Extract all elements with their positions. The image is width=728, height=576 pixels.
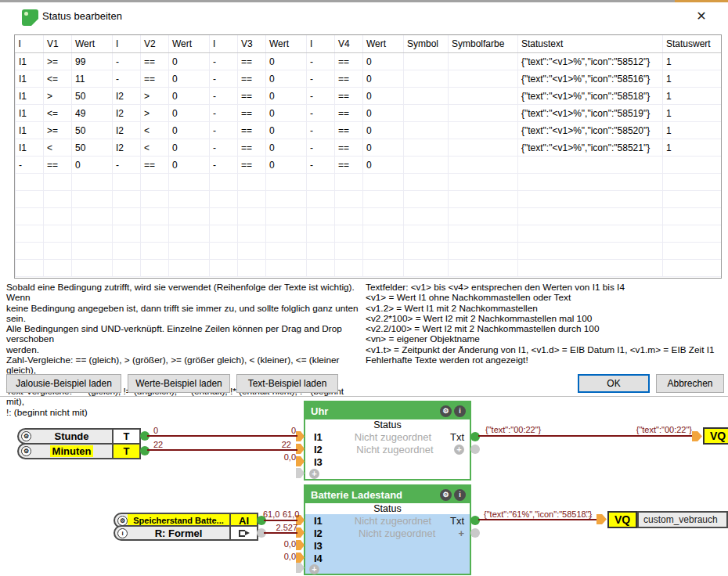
table-cell[interactable] bbox=[307, 208, 335, 225]
table-cell[interactable]: 1 bbox=[663, 70, 722, 88]
table-cell[interactable] bbox=[113, 225, 141, 243]
table-cell[interactable] bbox=[16, 174, 44, 191]
table-cell[interactable]: I2 bbox=[113, 139, 141, 157]
table-cell[interactable]: == bbox=[238, 122, 266, 139]
table-cell[interactable]: == bbox=[238, 53, 266, 70]
table-cell[interactable]: 50 bbox=[72, 139, 113, 157]
table-cell[interactable] bbox=[518, 157, 663, 174]
table-cell[interactable] bbox=[363, 174, 404, 191]
table-cell[interactable] bbox=[44, 225, 72, 243]
table-cell[interactable]: 0 bbox=[363, 53, 404, 70]
table-cell[interactable]: 0 bbox=[72, 157, 113, 174]
table-cell[interactable]: <= bbox=[44, 105, 72, 122]
table-cell[interactable] bbox=[404, 260, 449, 277]
add-output-button[interactable]: + bbox=[458, 527, 464, 539]
close-icon[interactable]: ✕ bbox=[692, 6, 711, 25]
table-cell[interactable] bbox=[404, 191, 449, 208]
table-cell[interactable]: - bbox=[307, 157, 335, 174]
table-cell[interactable] bbox=[663, 191, 722, 208]
table-row[interactable]: I1<=49I2>0-==0-==0{"text":"<v1>%","icon"… bbox=[16, 105, 722, 122]
table-cell[interactable] bbox=[404, 122, 449, 139]
table-cell[interactable]: 0 bbox=[169, 70, 210, 88]
table-cell[interactable] bbox=[518, 208, 663, 225]
table-cell[interactable]: 0 bbox=[266, 139, 307, 157]
table-cell[interactable] bbox=[141, 191, 169, 208]
table-cell[interactable] bbox=[16, 225, 44, 243]
table-row[interactable]: I1<50I2<0-==0-==0{"text":"<v1>%","icon":… bbox=[16, 139, 722, 157]
table-cell[interactable] bbox=[449, 260, 518, 277]
table-cell[interactable]: - bbox=[307, 122, 335, 139]
ok-button[interactable]: OK bbox=[578, 374, 650, 393]
table-row[interactable]: I1>=99-==0-==0-==0{"text":"<v1>%","icon"… bbox=[16, 53, 722, 70]
vq1-input-stub[interactable] bbox=[692, 431, 702, 441]
table-cell[interactable] bbox=[44, 260, 72, 277]
table-cell[interactable] bbox=[266, 174, 307, 191]
batterie-txt-connector[interactable] bbox=[470, 516, 480, 525]
table-cell[interactable] bbox=[266, 243, 307, 260]
table-cell[interactable]: == bbox=[335, 139, 363, 157]
table-cell[interactable]: 0 bbox=[169, 139, 210, 157]
table-cell[interactable] bbox=[44, 191, 72, 208]
table-cell[interactable] bbox=[72, 208, 113, 225]
table-cell[interactable]: - bbox=[210, 157, 238, 174]
table-cell[interactable] bbox=[449, 208, 518, 225]
table-cell[interactable]: - bbox=[307, 53, 335, 70]
table-row[interactable] bbox=[16, 208, 722, 225]
table-cell[interactable]: - bbox=[16, 157, 44, 174]
wire-batterie-vq[interactable] bbox=[478, 519, 598, 520]
table-cell[interactable] bbox=[210, 243, 238, 260]
vq1-box[interactable]: VQ bbox=[703, 427, 728, 445]
table-cell[interactable] bbox=[238, 208, 266, 225]
table-row[interactable] bbox=[16, 225, 722, 243]
table-row[interactable] bbox=[16, 243, 722, 260]
table-cell[interactable]: 0 bbox=[363, 139, 404, 157]
wire-uhr-vq[interactable] bbox=[478, 435, 694, 437]
table-cell[interactable]: I1 bbox=[16, 53, 44, 70]
table-cell[interactable] bbox=[169, 208, 210, 225]
add-input-button[interactable]: + bbox=[309, 564, 319, 574]
table-cell[interactable] bbox=[44, 243, 72, 260]
table-cell[interactable] bbox=[307, 191, 335, 208]
table-cell[interactable] bbox=[335, 225, 363, 243]
batterie-port-row-i3[interactable]: I3 bbox=[305, 539, 470, 552]
table-cell[interactable]: - bbox=[210, 53, 238, 70]
uhr-port-row-i2[interactable]: I2 Nicht zugeordnet + bbox=[305, 443, 470, 455]
table-cell[interactable] bbox=[518, 243, 663, 260]
table-cell[interactable] bbox=[72, 260, 113, 277]
table-cell[interactable]: - bbox=[307, 70, 335, 88]
table-cell[interactable]: - bbox=[113, 53, 141, 70]
table-cell[interactable] bbox=[663, 243, 722, 260]
table-cell[interactable]: == bbox=[141, 70, 169, 88]
table-cell[interactable]: == bbox=[141, 53, 169, 70]
table-cell[interactable]: == bbox=[335, 53, 363, 70]
table-row[interactable]: I1>=50I2<0-==0-==0{"text":"<v1>%","icon"… bbox=[16, 122, 722, 139]
table-cell[interactable] bbox=[141, 260, 169, 277]
table-cell[interactable]: I2 bbox=[113, 105, 141, 122]
table-cell[interactable] bbox=[169, 174, 210, 191]
table-cell[interactable]: == bbox=[141, 157, 169, 174]
table-cell[interactable]: 0 bbox=[363, 157, 404, 174]
table-cell[interactable] bbox=[335, 243, 363, 260]
table-cell[interactable]: 0 bbox=[169, 53, 210, 70]
table-cell[interactable]: - bbox=[210, 139, 238, 157]
info-icon[interactable]: i bbox=[117, 528, 128, 538]
table-cell[interactable]: > bbox=[141, 105, 169, 122]
table-cell[interactable]: - bbox=[307, 139, 335, 157]
table-cell[interactable]: >= bbox=[44, 122, 72, 139]
table-cell[interactable] bbox=[238, 243, 266, 260]
table-cell[interactable] bbox=[72, 243, 113, 260]
info-icon[interactable]: i bbox=[454, 489, 466, 501]
table-cell[interactable] bbox=[307, 260, 335, 277]
table-cell[interactable]: {"text":"<v1>%","icon":"58518"} bbox=[518, 88, 663, 105]
table-cell[interactable]: 0 bbox=[169, 105, 210, 122]
cancel-button[interactable]: Abbrechen bbox=[656, 374, 724, 393]
gear-icon[interactable]: ⚙ bbox=[117, 516, 128, 526]
table-cell[interactable]: 11 bbox=[72, 70, 113, 88]
stunde-object[interactable]: ⚙ Stunde T bbox=[17, 428, 141, 445]
table-cell[interactable]: {"text":"<v1>%","icon":"58512"} bbox=[518, 53, 663, 70]
table-cell[interactable]: 0 bbox=[266, 157, 307, 174]
table-cell[interactable]: == bbox=[335, 157, 363, 174]
gear-icon[interactable]: ⚙ bbox=[21, 431, 31, 441]
table-cell[interactable] bbox=[16, 260, 44, 277]
table-row[interactable]: -==0-==0-==0-==0 bbox=[16, 157, 722, 174]
